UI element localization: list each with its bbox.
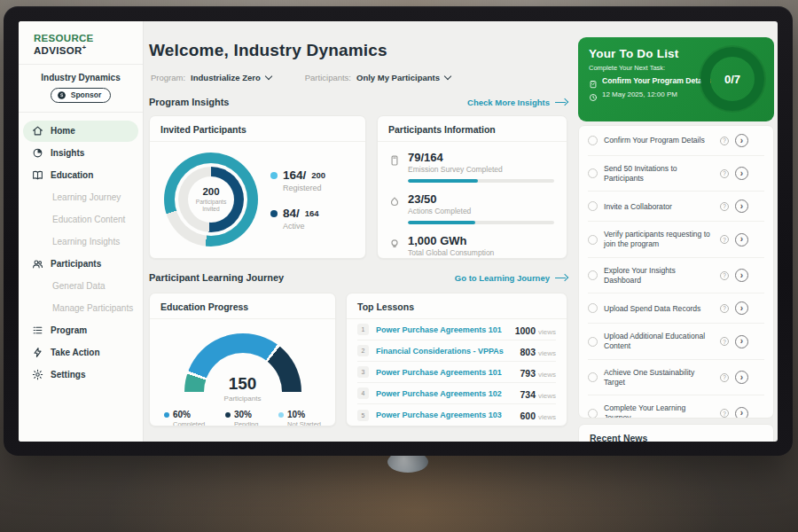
participants-filter-value: Only My Participants: [356, 73, 440, 82]
lesson-row: 2 Financial Considerations - VPPAs 803vi…: [357, 340, 556, 362]
sidebar-item[interactable]: Home: [23, 121, 138, 142]
lesson-title-link[interactable]: Power Purchase Agreements 103: [376, 411, 512, 419]
lesson-views-suffix: views: [538, 349, 556, 357]
lesson-rank-badge: 2: [357, 345, 369, 356]
sidebar-item-label: Insights: [51, 148, 84, 158]
help-icon[interactable]: [720, 337, 729, 346]
chevron-right-button[interactable]: [735, 200, 748, 213]
recent-news-card: Recent News: [578, 424, 774, 442]
help-icon[interactable]: [720, 271, 729, 280]
chevron-right-button[interactable]: [735, 269, 748, 282]
monitor-bezel: RESOURCE ADVISOR+ Industry Dynamics Spon…: [4, 6, 793, 456]
room-background: RESOURCE ADVISOR+ Industry Dynamics Spon…: [0, 0, 798, 532]
lesson-title-link[interactable]: Power Purchase Agreements 102: [376, 389, 512, 398]
help-icon[interactable]: [720, 137, 729, 145]
lesson-views-count: 734: [520, 389, 536, 400]
card-title: Invited Participants: [150, 116, 365, 142]
sidebar-item[interactable]: Settings: [23, 364, 138, 386]
dashboard-screen: RESOURCE ADVISOR+ Industry Dynamics Spon…: [19, 21, 778, 442]
task-checkbox[interactable]: [588, 168, 598, 178]
sidebar-item[interactable]: Insights: [23, 143, 138, 164]
chevron-right-button[interactable]: [735, 233, 748, 246]
task-row[interactable]: Upload Spend Data Records: [588, 293, 764, 324]
legend-item: 84/164 Active: [270, 207, 325, 231]
lesson-title-link[interactable]: Financial Considerations - VPPAs: [376, 347, 512, 356]
task-label: Upload Additional Educational Content: [604, 332, 714, 350]
task-row[interactable]: Complete Your Learning Journey: [588, 395, 764, 419]
card-title: Top Lessons: [347, 293, 567, 319]
sidebar-item[interactable]: General Data: [23, 276, 138, 297]
invited-participants-card: Invited Participants 200 Participants In…: [149, 115, 366, 259]
stat-value: 23/50: [408, 192, 554, 206]
sponsor-badge: Sponsor: [51, 88, 111, 103]
top-lessons-card: Top Lessons 1 Power Purchase Agreements …: [346, 293, 567, 426]
chevron-right-button[interactable]: [735, 134, 748, 147]
lesson-views-suffix: views: [538, 328, 556, 336]
sponsor-icon: [57, 90, 66, 100]
arrow-right-icon: [555, 274, 567, 282]
program-filter[interactable]: Program: Industrialize Zero: [151, 73, 271, 82]
task-checkbox[interactable]: [588, 136, 598, 145]
task-row[interactable]: Upload Additional Educational Content: [588, 324, 764, 359]
survey-icon: [388, 154, 401, 167]
task-row[interactable]: Achieve One Sustainability Target: [588, 360, 764, 395]
chevron-right-button[interactable]: [735, 371, 748, 384]
sidebar-item[interactable]: Take Action: [23, 342, 138, 364]
recent-news-title: Recent News: [579, 425, 773, 442]
program-filter-label: Program:: [151, 73, 185, 82]
help-icon[interactable]: [720, 169, 729, 178]
sidebar-item-label: Home: [51, 126, 75, 136]
task-checkbox[interactable]: [588, 409, 598, 419]
lesson-rank-badge: 5: [357, 410, 369, 421]
task-checkbox[interactable]: [588, 235, 598, 245]
actions-icon: [388, 196, 401, 208]
lesson-views-count: 793: [520, 368, 536, 379]
participants-icon: [32, 258, 43, 270]
lesson-title-link[interactable]: Power Purchase Agreements 101: [376, 325, 508, 334]
task-checkbox[interactable]: [588, 201, 598, 211]
sidebar-item[interactable]: Learning Insights: [23, 231, 138, 253]
program-insights-header: Program Insights Check More Insights: [149, 97, 567, 107]
sidebar-item[interactable]: Participants: [23, 254, 138, 275]
stat-value: 79/164: [408, 151, 554, 164]
help-icon[interactable]: [720, 373, 729, 382]
go-to-learning-journey-link[interactable]: Go to Learning Journey: [455, 273, 567, 283]
sidebar-item[interactable]: Program: [23, 320, 138, 341]
clipboard-icon: [589, 76, 598, 85]
donut-legend: 164/200 Registered 84/164 Active: [270, 168, 325, 231]
lesson-views-suffix: views: [538, 371, 556, 379]
task-checkbox[interactable]: [588, 303, 598, 313]
sidebar-item[interactable]: Manage Participants: [23, 298, 138, 319]
help-icon[interactable]: [720, 409, 729, 418]
stat-list: 79/164 Emission Survey Completed: [378, 142, 567, 257]
task-row[interactable]: Explore Your Insights Dashboard: [588, 258, 764, 293]
program-filter-value: Industrialize Zero: [191, 73, 261, 82]
legend-dot-icon: [225, 412, 231, 418]
home-icon: [32, 125, 43, 137]
lesson-title-link[interactable]: Power Purchase Agreements 101: [376, 368, 512, 377]
task-checkbox[interactable]: [588, 337, 598, 347]
chevron-right-button[interactable]: [735, 407, 748, 419]
brand-primary: RESOURCE: [34, 33, 94, 43]
task-checkbox[interactable]: [588, 372, 598, 382]
check-more-insights-link[interactable]: Check More Insights: [467, 98, 567, 107]
task-row[interactable]: Confirm Your Program Details: [588, 126, 764, 156]
help-icon[interactable]: [720, 202, 729, 211]
sidebar-item[interactable]: Education Content: [23, 209, 138, 231]
sidebar-item[interactable]: Learning Journey: [23, 187, 138, 208]
org-name: Industry Dynamics: [19, 65, 143, 88]
chevron-right-button[interactable]: [735, 335, 748, 348]
sidebar-item[interactable]: Education: [23, 165, 138, 186]
education-gauge-chart: 150 Participants: [184, 333, 301, 392]
task-row[interactable]: Invite a Collaborator: [588, 192, 764, 222]
task-checkbox[interactable]: [588, 270, 598, 280]
chevron-right-button[interactable]: [735, 301, 748, 315]
task-row[interactable]: Verify participants requesting to join t…: [588, 222, 764, 257]
sidebar-item-label: General Data: [52, 281, 105, 291]
chevron-right-button[interactable]: [735, 167, 748, 180]
legend-dot-icon: [270, 172, 278, 179]
task-row[interactable]: Send 50 Invitations to Participants: [588, 156, 764, 192]
participants-filter[interactable]: Participants: Only My Participants: [305, 73, 450, 82]
help-icon[interactable]: [720, 235, 729, 244]
help-icon[interactable]: [720, 304, 729, 313]
